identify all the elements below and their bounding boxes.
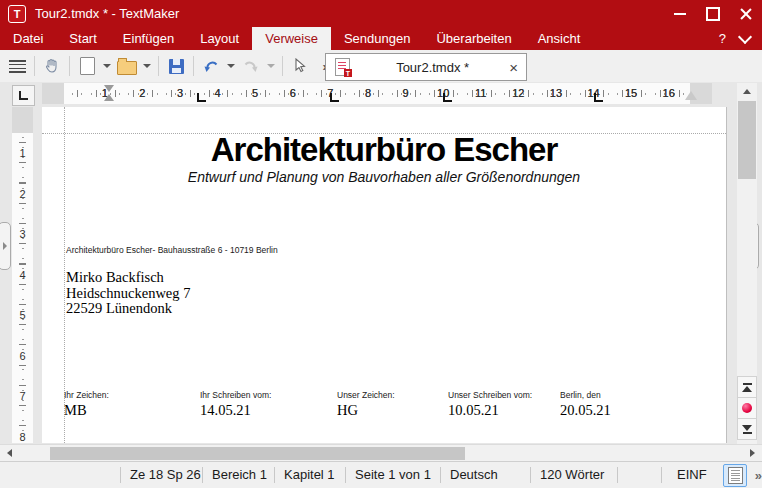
previous-page-button[interactable]	[737, 376, 757, 398]
ruler-number: 13	[537, 83, 575, 104]
minimize-button[interactable]	[663, 0, 696, 27]
tab-stop-marker[interactable]	[594, 93, 603, 102]
open-folder-icon	[117, 61, 137, 75]
next-page-button[interactable]	[737, 418, 757, 440]
expand-right-icon	[3, 242, 7, 250]
status-field[interactable]: Deutsch	[440, 467, 530, 483]
undo-dropdown-icon[interactable]	[227, 64, 235, 68]
hamburger-menu-icon	[9, 60, 26, 73]
menu-item[interactable]: Überarbeiten	[423, 27, 524, 50]
reference-column: Ihr Zeichen: MB	[64, 390, 109, 419]
title-bar: T Tour2.tmdx * - TextMaker	[0, 0, 762, 27]
triangle-up-icon	[742, 386, 752, 392]
tab-close-icon[interactable]: ×	[509, 60, 518, 75]
bar-icon	[743, 383, 752, 385]
undo-button[interactable]	[200, 54, 222, 78]
collapse-ribbon-icon[interactable]	[738, 29, 752, 43]
document-tab-title: Tour2.tmdx *	[356, 60, 509, 75]
tab-stop-marker[interactable]	[443, 93, 452, 102]
status-field[interactable]: 120 Wörter	[530, 467, 617, 483]
app-icon: T	[8, 5, 26, 23]
minimize-icon	[674, 13, 686, 15]
vertical-scroll-thumb[interactable]	[738, 101, 756, 179]
toolbar-separator	[69, 56, 70, 76]
horizontal-scroll-thumb[interactable]	[50, 447, 465, 460]
browse-object-button[interactable]	[737, 397, 757, 419]
menu-item[interactable]: Layout	[187, 27, 252, 50]
pan-hand-button[interactable]	[41, 54, 63, 78]
reference-value: 10.05.21	[448, 402, 532, 419]
normal-view-button[interactable]	[723, 464, 746, 487]
menu-item[interactable]: Sendungen	[331, 27, 424, 50]
tab-stop-marker[interactable]	[330, 93, 339, 102]
horizontal-ruler[interactable]: 12345678910111213141516	[42, 83, 712, 104]
page-navigation-buttons	[737, 376, 757, 440]
ruler-number: 9	[387, 83, 425, 104]
document-workspace: 12345678910111213141516 12345678 Archite…	[0, 82, 762, 461]
menu-item[interactable]: Einfügen	[110, 27, 187, 50]
status-field[interactable]: Ze 18 Sp 26	[120, 467, 202, 483]
maximize-icon	[706, 7, 720, 21]
ruler-number: 3	[161, 83, 199, 104]
open-file-button[interactable]	[116, 54, 138, 78]
status-field[interactable]: Kapitel 1	[274, 467, 345, 483]
hamburger-menu-button[interactable]	[6, 54, 28, 78]
tab-type-selector-button[interactable]	[12, 85, 35, 106]
menu-bar: ? Datei Start Einfügen Layout Verweise S…	[0, 27, 762, 50]
bar-icon	[743, 432, 752, 434]
status-field[interactable]: Seite 1 von 1	[345, 467, 440, 483]
menu-item[interactable]: Ansicht	[525, 27, 594, 50]
left-indent-marker[interactable]	[104, 94, 114, 101]
document-tab[interactable]: T Tour2.tmdx * ×	[325, 53, 527, 81]
document-page[interactable]: Architekturbüro Escher Entwurf und Planu…	[42, 107, 727, 443]
menu-bar-right: ?	[719, 27, 762, 50]
right-indent-marker[interactable]	[685, 91, 697, 100]
reference-value: 14.05.21	[200, 402, 271, 419]
open-file-dropdown-icon[interactable]	[143, 64, 151, 68]
menu-item[interactable]: Verweise	[252, 27, 331, 50]
new-document-button[interactable]	[76, 54, 98, 78]
object-pointer-icon	[293, 58, 307, 74]
ruler-number: 5	[236, 83, 274, 104]
help-button[interactable]: ?	[719, 31, 726, 46]
reference-label: Unser Zeichen:	[337, 390, 395, 400]
reference-value: 20.05.21	[560, 402, 611, 419]
toolbar-separator	[34, 56, 35, 76]
toolbar-separator	[193, 56, 194, 76]
reference-column: Unser Zeichen: HG	[337, 390, 395, 419]
horizontal-scrollbar[interactable]	[0, 444, 762, 461]
ruler-number: 8	[349, 83, 387, 104]
left-sidebar-toggle[interactable]	[0, 222, 11, 270]
status-field[interactable]: Bereich 1	[202, 467, 274, 483]
new-document-icon	[80, 57, 95, 75]
window-title: Tour2.tmdx * - TextMaker	[35, 6, 179, 21]
save-button[interactable]	[165, 54, 187, 78]
close-button[interactable]	[729, 0, 762, 27]
menu-item[interactable]: Start	[56, 27, 109, 50]
scroll-up-icon[interactable]	[743, 89, 751, 94]
ruler-number: 16	[650, 83, 688, 104]
redo-button[interactable]	[240, 54, 262, 78]
scroll-right-icon[interactable]	[750, 449, 755, 457]
redo-dropdown-icon[interactable]	[267, 64, 275, 68]
menu-item[interactable]: Datei	[0, 27, 56, 50]
normal-view-icon	[728, 467, 743, 484]
reference-column: Berlin, den 20.05.21	[560, 390, 611, 419]
reference-label: Ihr Schreiben vom:	[200, 390, 271, 400]
reference-label: Ihr Zeichen:	[64, 390, 109, 400]
left-tab-icon	[19, 91, 28, 100]
first-line-indent-marker[interactable]	[104, 85, 114, 92]
maximize-button[interactable]	[696, 0, 729, 27]
tab-stop-marker[interactable]	[197, 93, 206, 102]
reference-value: MB	[64, 402, 109, 419]
close-icon	[740, 8, 752, 20]
triangle-down-icon	[742, 425, 752, 431]
new-document-dropdown-icon[interactable]	[103, 64, 111, 68]
scroll-left-icon[interactable]	[7, 449, 12, 457]
ruler-number: 8	[12, 417, 33, 444]
object-mode-button[interactable]	[289, 54, 311, 78]
status-more-button[interactable]: »	[755, 468, 762, 483]
reference-block: Ihr Zeichen: MB Ihr Schreiben vom: 14.05…	[42, 107, 726, 443]
insert-mode-indicator[interactable]: EINF	[661, 467, 721, 483]
vertical-ruler[interactable]: 12345678	[12, 107, 33, 443]
